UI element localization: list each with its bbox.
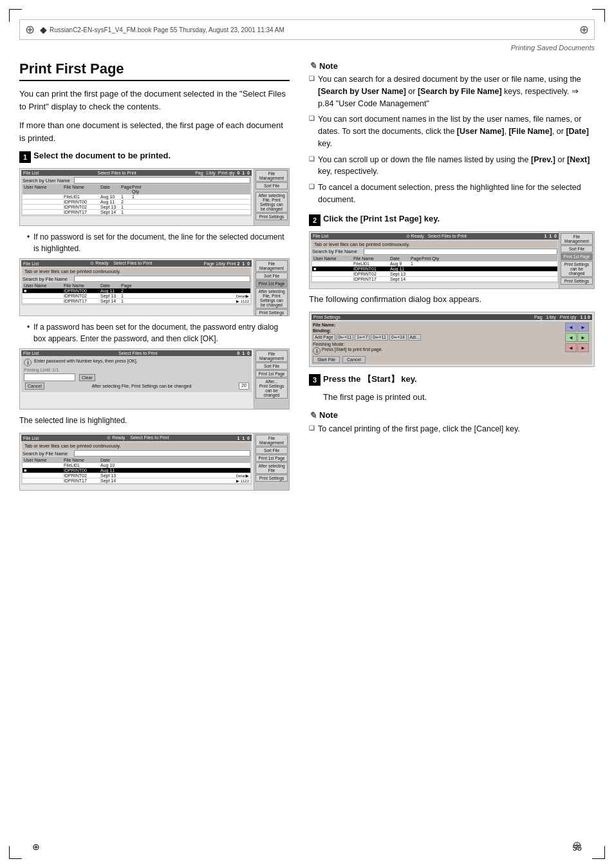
ui-sidebar-3: File Management Sort File Print 1st Page… <box>254 349 289 409</box>
password-field[interactable] <box>24 373 75 381</box>
ui-body-1: Search by User Name User Name File Name … <box>21 176 252 216</box>
step-2-heading: 2 Click the [Print 1st Page] key. <box>309 214 595 226</box>
crop-mark-tl <box>9 9 22 22</box>
ui-titlebar-4: File List ⊙ Ready Select Files to Print … <box>21 435 252 441</box>
ui-screenshot-highlighted: File List ⊙ Ready Select Files to Print … <box>19 433 290 491</box>
dialog-cancel-btn[interactable]: Cancel <box>342 356 366 363</box>
right-column: ✎ Note You can search for a desired docu… <box>302 61 595 496</box>
step-3-result: The first page is printed out. <box>323 391 595 404</box>
ui-sidebar-1: File Management Sort File After selectin… <box>254 169 289 225</box>
ui-body-2: Tab or lever files can be printed contin… <box>21 267 252 305</box>
table-row: IDPRINT17 Sept 14 1 ▶ 1122 <box>23 299 250 304</box>
note-header-bottom: ✎ Note <box>309 410 595 420</box>
diamond-icon: ◆ <box>40 24 47 35</box>
note-item-4: To cancel a document selection, press th… <box>309 182 595 206</box>
confirmation-dialog-screenshot: Print Settings Pag1/btyPrint qty 1 1 0 F… <box>309 312 595 367</box>
note-cancel-item: To cancel printing of the first page, cl… <box>309 423 595 435</box>
note-item-1: You can search for a desired document by… <box>309 73 595 109</box>
ui-titlebar-2: File List ⊙ Ready Select Files to Print … <box>21 260 252 267</box>
ui-titlebar-3: File List Select Files to Print 0 1 0 <box>21 350 252 356</box>
ui-body-3: ℹ Enter password with Number keys, then … <box>21 356 252 392</box>
ui-sidebar-r1: File Management Sort File Print 1st Page… <box>559 232 594 288</box>
note-section-bottom: ✎ Note To cancel printing of the first p… <box>309 410 595 435</box>
page: ⊕ ◆ RussianC2-EN-sysF1_V4_FM.book Page 5… <box>0 0 614 868</box>
section-title: Print First Page <box>19 61 290 81</box>
ui-screenshot-2: File List ⊙ Ready Select Files to Print … <box>19 258 290 316</box>
step-3-number: 3 <box>309 374 321 386</box>
crop-mark-tr <box>592 9 605 22</box>
note-item-2: You can sort document names in the list … <box>309 113 595 149</box>
table-row: FileLt01 Aug 10 <box>23 463 250 468</box>
compass-icon-tr: ⊕ <box>579 23 589 37</box>
table-row: IDPRINT17 Sept 14 ▶ 1122 <box>23 478 250 484</box>
table-row: IDPRINT17 Sept 14 1 <box>23 210 250 215</box>
table-row: FileLt01 Aug 10 1 1 <box>23 194 250 200</box>
table-row: IDPRINT00 Aug 11 2 <box>23 200 250 205</box>
ui-screenshot-right-1: File List ⊙ Ready Select Files to Print … <box>309 231 595 289</box>
ui-titlebar-1: File List Select Files to Print Pag1/bty… <box>21 170 252 176</box>
note-item-3: You can scroll up or down the file names… <box>309 154 595 178</box>
clear-btn[interactable]: Clear <box>79 374 95 381</box>
selected-row: ■ IDPRINT00 Aug 11 <box>23 468 250 473</box>
intro-paragraph-1: You can print the first page of the docu… <box>19 88 290 113</box>
section-label: Printing Saved Documents <box>19 44 595 52</box>
selected-row: ■ IDPRINT00 Aug 11 2 <box>23 288 250 294</box>
ui-screenshot-password: File List Select Files to Print 0 1 0 ℹ … <box>19 348 290 410</box>
header-filename: RussianC2-EN-sysF1_V4_FM.book Page 55 Th… <box>50 26 284 33</box>
bullet-1: If no password is set for the document, … <box>27 231 290 254</box>
note-pencil-icon: ✎ <box>309 61 317 71</box>
dialog-appears-text: The following confirmation dialog box ap… <box>309 293 595 306</box>
step-2-number: 2 <box>309 214 321 226</box>
step-2-label: Click the [Print 1st Page] key. <box>323 214 440 223</box>
step-1-label: Select the document to be printed. <box>33 151 171 160</box>
ui-sidebar-4: File Management Sort File Print 1st Page… <box>254 433 289 490</box>
table-row: IDPRINT02 Sept 13 Detail▶ <box>23 473 250 478</box>
dialog-content: File Name: Binding: Add Page 0⇐+11 1⇐+7 … <box>312 321 592 364</box>
status-bar-4: Tab or lever files can be printed contin… <box>23 442 250 449</box>
ui-titlebar-r1: File List ⊙ Ready Select Files to Print … <box>311 233 559 240</box>
note-title: Note <box>319 61 338 71</box>
note-header: ✎ Note <box>309 61 595 71</box>
left-column: Print First Page You can print the first… <box>19 61 290 496</box>
status-bar: Tab or lever files can be printed contin… <box>23 268 250 275</box>
table-row: IDPRINT02 Sept 13 <box>312 272 557 277</box>
intro-paragraph-2: If more than one document is selected, t… <box>19 119 290 144</box>
file-header: ⊕ ◆ RussianC2-EN-sysF1_V4_FM.book Page 5… <box>19 19 595 40</box>
crop-mark-br <box>592 846 605 859</box>
search-user-row: Search by User Name <box>23 177 250 184</box>
info-icon: ℹ <box>24 359 32 366</box>
start-file-btn[interactable]: Start File <box>313 356 340 363</box>
table-row: IDPRINT02 Sept 13 1 Detail▶ <box>23 294 250 299</box>
table-row: FileLt01 Aug 9 1 <box>312 261 557 267</box>
table-header: User Name File Name Date Page Print Qty <box>23 184 250 194</box>
selected-line-note: The selected line is highlighted. <box>19 415 290 426</box>
note-section-top: ✎ Note You can search for a desired docu… <box>309 61 595 206</box>
compass-icon-br: ⊕ <box>572 838 582 853</box>
cancel-btn[interactable]: Cancel <box>25 382 44 390</box>
step-3-heading: 3 Press the 【Start】 key. <box>309 373 595 386</box>
table-row: IDPRINT17 Sept 14 <box>312 277 557 282</box>
ui-body-4: Tab or lever files can be printed contin… <box>21 441 252 485</box>
note-pencil-icon-2: ✎ <box>309 410 317 420</box>
step-1-heading: 1 Select the document to be printed. <box>19 151 290 163</box>
table-header-2: User Name File Name Date Page <box>23 283 250 288</box>
compass-icon-bl: ⊕ <box>32 842 40 853</box>
ui-sidebar-2: File Management Sort File Print 1st Page… <box>254 259 289 316</box>
content-area: Print First Page You can print the first… <box>19 61 595 496</box>
dialog-info-icon: ℹ <box>313 347 321 355</box>
step-1-number: 1 <box>19 151 31 163</box>
ui-body-r1: Tab or level files can be printed contin… <box>311 240 559 283</box>
selected-row: ■ IDPRINT01 Aug 11 <box>312 267 557 272</box>
bullet-2: If a password has been set for the docum… <box>27 321 290 344</box>
dialog-title-bar: Print Settings Pag1/btyPrint qty 1 1 0 <box>312 314 592 320</box>
compass-icon-tl: ⊕ <box>25 23 35 37</box>
note-title-bottom: Note <box>319 410 338 420</box>
crop-mark-bl <box>9 846 22 859</box>
table-row: IDPRINT02 Sept 13 1 <box>23 205 250 210</box>
bullet-section-1: If no password is set for the document, … <box>19 231 290 254</box>
step-3-label: Press the 【Start】 key. <box>323 373 417 385</box>
bullet-section-2: If a password has been set for the docum… <box>19 321 290 344</box>
ui-screenshot-1: File List Select Files to Print Pag1/bty… <box>19 168 290 226</box>
